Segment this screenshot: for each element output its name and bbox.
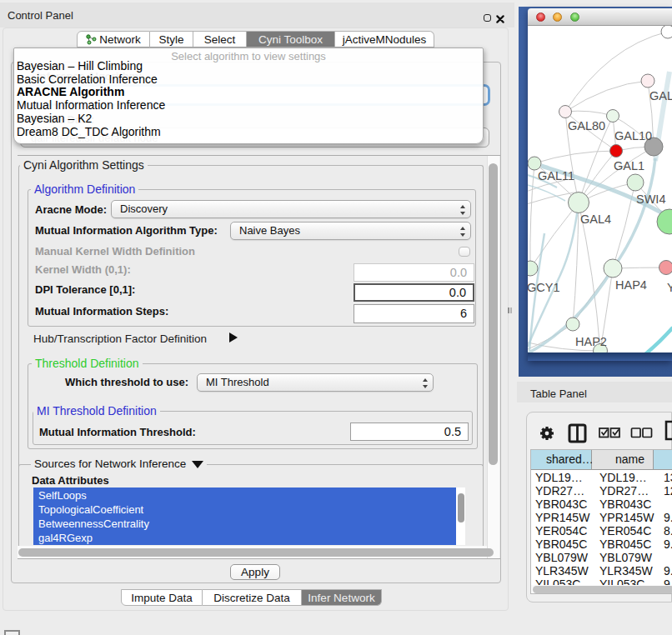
- svg-text:GAL1: GAL1: [614, 159, 644, 172]
- svg-text:GAL11: GAL11: [538, 169, 574, 182]
- svg-text:GAL80: GAL80: [568, 119, 605, 132]
- svg-text:GAL4: GAL4: [580, 212, 611, 226]
- svg-text:SWI4: SWI4: [636, 192, 665, 206]
- svg-text:GAL2: GAL2: [649, 89, 672, 102]
- svg-text:HAP2: HAP2: [575, 335, 607, 348]
- svg-text:GAL10: GAL10: [614, 129, 652, 142]
- svg-text:HAP4: HAP4: [615, 278, 647, 292]
- svg-text:GCY1: GCY1: [528, 281, 560, 294]
- svg-text:Y: Y: [667, 281, 672, 294]
